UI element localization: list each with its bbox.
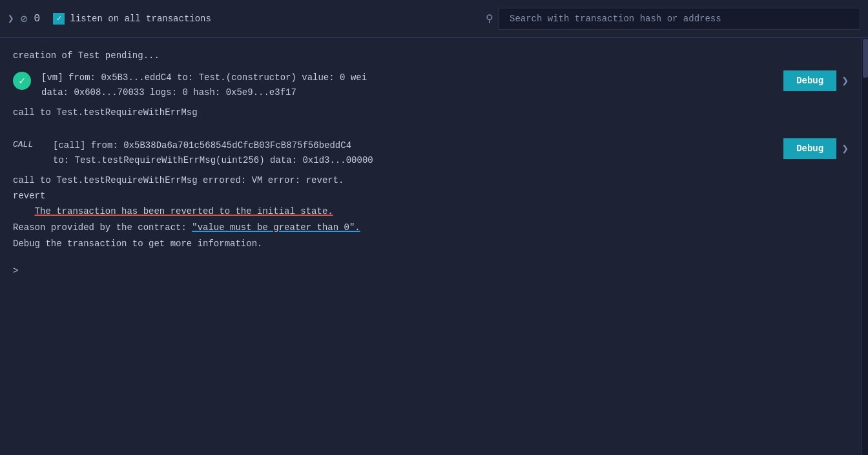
tx2-expand-icon[interactable]: ❯ [842,142,849,156]
tx1-block: ✓ [vm] from: 0x5B3...eddC4 to: Test.(con… [13,70,849,100]
revert-title: revert [13,191,849,201]
call-to-test-line: call to Test.testRequireWithErrMsg [13,107,849,118]
tx1-icon: ✓ [13,72,31,90]
spacer1 [13,120,849,131]
search-input[interactable] [499,8,860,30]
reason-value: "value must be greater than 0". [192,222,360,233]
call-error-line: call to Test.testRequireWithErrMsg error… [13,175,849,185]
tx1-info: [vm] from: 0x5B3...eddC4 to: Test.(const… [41,70,783,100]
tx2-debug-button[interactable]: Debug [783,138,836,159]
check-icon: ✓ [57,14,61,23]
prompt-line: > [13,266,849,276]
collapse-icon[interactable]: ❯ [8,12,14,25]
check-mark-icon: ✓ [19,74,25,87]
console-area: creation of Test pending... ✓ [vm] from:… [0,38,862,455]
tx1-expand-icon[interactable]: ❯ [842,74,849,88]
search-area: ⚲ [486,8,860,30]
tx1-actions: Debug ❯ [783,70,849,91]
revert-line1: The transaction has been reverted to the… [35,206,333,217]
revert-msg: The transaction has been reverted to the… [13,204,849,253]
listen-checkbox-wrapper[interactable]: ✓ listen on all transactions [53,13,211,25]
toolbar: ❯ ⊘ 0 ✓ listen on all transactions ⚲ [0,0,868,37]
tx2-block: CALL [call] from: 0x5B38Da6a701c568545dC… [13,138,849,167]
debug-hint: Debug the transaction to get more inform… [13,238,262,249]
revert-section: revert The transaction has been reverted… [13,191,849,253]
block-icon[interactable]: ⊘ [21,12,28,26]
tx2-actions: Debug ❯ [783,138,849,159]
listen-checkbox[interactable]: ✓ [53,13,65,25]
call-label: CALL [13,140,45,149]
main-container: creation of Test pending... ✓ [vm] from:… [0,38,868,455]
transaction-count: 0 [34,13,46,25]
search-icon: ⚲ [486,12,493,25]
tx2-info: [call] from: 0x5B38Da6a701c568545dCfcB03… [53,138,783,167]
pending-line: creation of Test pending... [13,48,849,63]
scrollbar-thumb[interactable] [863,39,868,78]
tx1-debug-button[interactable]: Debug [783,70,836,91]
scrollbar[interactable] [862,38,868,455]
success-icon: ✓ [13,72,31,90]
reason-prefix: Reason provided by the contract: "value … [13,222,360,233]
tx1-content: [vm] from: 0x5B3...eddC4 to: Test.(const… [41,70,783,100]
listen-label: listen on all transactions [70,14,211,24]
tx2-content: [call] from: 0x5B38Da6a701c568545dCfcB03… [53,138,783,167]
toolbar-left: ❯ ⊘ 0 ✓ listen on all transactions [8,12,478,26]
